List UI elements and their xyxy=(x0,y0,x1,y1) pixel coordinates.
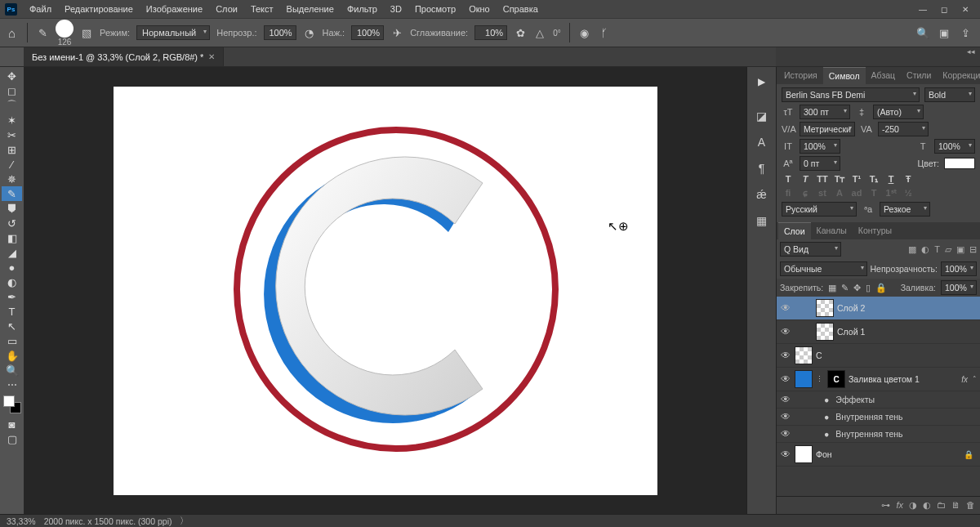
status-caret[interactable]: 〉 xyxy=(180,516,189,527)
font-weight-select[interactable]: Bold xyxy=(924,87,975,102)
swatches-panel-icon[interactable]: ▦ xyxy=(751,209,773,232)
layer-thumb[interactable] xyxy=(816,323,834,341)
pressure-opacity-icon[interactable]: ◔ xyxy=(303,26,316,39)
symmetry-icon[interactable]: ᚶ xyxy=(598,26,611,39)
stamp-tool[interactable]: ⛊ xyxy=(2,201,22,216)
history-brush-tool[interactable]: ↺ xyxy=(2,216,22,230)
lock-position-icon[interactable]: ✎ xyxy=(841,283,849,293)
fill-layer-thumb[interactable] xyxy=(795,370,813,388)
aa-select[interactable]: Резкое xyxy=(880,202,930,217)
angle-value[interactable]: 0° xyxy=(553,29,561,38)
paragraph-panel-icon[interactable]: ¶ xyxy=(751,157,773,180)
brush-tool[interactable]: ✎ xyxy=(2,186,22,201)
menu-layer[interactable]: Слои xyxy=(210,2,243,16)
zoom-level[interactable]: 33,33% xyxy=(7,516,36,526)
brush-panel-icon[interactable]: ▧ xyxy=(80,26,93,39)
tab-channels[interactable]: Каналы xyxy=(811,222,853,239)
menu-edit[interactable]: Редактирование xyxy=(59,2,139,16)
healing-tool[interactable]: ✵ xyxy=(2,172,22,186)
color-swatches[interactable] xyxy=(3,395,21,413)
layer-row[interactable]: 👁 Фон 🔒 xyxy=(777,443,980,467)
lang-select[interactable]: Русский xyxy=(782,202,857,217)
zoom-tool[interactable]: 🔍 xyxy=(2,363,22,377)
shape-tool[interactable]: ▭ xyxy=(2,333,22,348)
superscript-btn[interactable]: T¹ xyxy=(850,174,863,185)
tracking-input[interactable]: Метрически xyxy=(800,122,855,136)
layer-row[interactable]: 👁 C xyxy=(777,344,980,368)
font-family-select[interactable]: Berlin Sans FB Demi xyxy=(782,87,920,102)
tab-layers[interactable]: Слои xyxy=(778,222,811,239)
glyphs-panel-icon[interactable]: ǽ xyxy=(751,183,773,206)
collapse-panels-icon[interactable]: ◂◂ xyxy=(776,47,980,66)
layer-name[interactable]: Слой 1 xyxy=(837,327,865,337)
italic-btn[interactable]: T xyxy=(799,174,812,185)
layer-name[interactable]: C xyxy=(816,351,822,360)
ot-fi[interactable]: fi xyxy=(782,188,795,199)
flow-input[interactable]: 100% xyxy=(351,25,384,40)
character-panel-icon[interactable]: A xyxy=(751,131,773,154)
menu-help[interactable]: Справка xyxy=(497,2,544,16)
maximize-icon[interactable]: ◻ xyxy=(939,4,949,14)
layer-name[interactable]: Фон xyxy=(816,449,832,459)
layer-opacity-input[interactable]: 100% xyxy=(941,261,977,276)
airbrush-icon[interactable]: ✈ xyxy=(390,26,403,39)
ot-swash[interactable]: ɕ xyxy=(799,188,812,199)
kerning-input[interactable]: -250 xyxy=(878,122,929,136)
minimize-icon[interactable]: — xyxy=(918,4,928,14)
crop-tool[interactable]: ✂ xyxy=(2,127,22,142)
vscale-input[interactable]: 100% xyxy=(800,139,840,154)
filter-toggle[interactable]: ⊟ xyxy=(969,244,977,255)
tab-styles[interactable]: Стили xyxy=(901,67,937,84)
pressure-size-icon[interactable]: ◉ xyxy=(578,26,591,39)
quickmask-icon[interactable]: ◙ xyxy=(2,417,22,431)
layer-row[interactable]: 👁 Слой 2 xyxy=(777,297,980,320)
menu-view[interactable]: Просмотр xyxy=(409,2,461,16)
fx-badge[interactable]: fx xyxy=(961,375,969,384)
layer-style-icon[interactable]: fx xyxy=(896,500,903,511)
fg-color[interactable] xyxy=(3,395,15,407)
layer-fx-row[interactable]: 👁 ●Внутренняя тень xyxy=(777,426,980,443)
lock-all-icon[interactable]: 🔒 xyxy=(875,283,887,293)
gradient-tool[interactable]: ◢ xyxy=(2,245,22,260)
tab-close-icon[interactable]: ✕ xyxy=(208,52,215,61)
edit-toolbar-icon[interactable] xyxy=(2,377,22,392)
new-layer-icon[interactable]: 🗎 xyxy=(951,500,960,511)
menu-filter[interactable]: Фильтр xyxy=(341,2,383,16)
settings-icon[interactable]: ✿ xyxy=(514,26,527,39)
subscript-btn[interactable]: T₁ xyxy=(867,174,880,185)
canvas[interactable]: ↖⊕ xyxy=(114,87,657,495)
leading-input[interactable]: (Авто) xyxy=(873,105,924,119)
mask-thumb[interactable]: C xyxy=(827,370,845,388)
path-select-tool[interactable]: ↖ xyxy=(2,319,22,333)
pen-tool[interactable]: ✒ xyxy=(2,289,22,304)
tab-character[interactable]: Символ xyxy=(823,67,866,84)
visibility-icon[interactable]: 👁 xyxy=(780,428,791,440)
fx-toggle-icon[interactable]: ˄ xyxy=(973,375,977,383)
search-icon[interactable]: 🔍 xyxy=(916,26,929,39)
document-info[interactable]: 2000 пикс. x 1500 пикс. (300 ppi) xyxy=(44,516,172,526)
allcaps-btn[interactable]: TT xyxy=(816,174,829,185)
layer-mask-icon[interactable]: ◑ xyxy=(909,500,917,511)
tab-history[interactable]: История xyxy=(778,67,823,84)
opacity-input[interactable]: 100% xyxy=(264,25,296,40)
bold-btn[interactable]: T xyxy=(782,174,795,185)
brush-preview[interactable] xyxy=(56,20,74,38)
filter-adjust-icon[interactable]: ◐ xyxy=(921,244,929,255)
tab-paths[interactable]: Контуры xyxy=(853,222,898,239)
visibility-icon[interactable]: 👁 xyxy=(780,373,791,385)
marquee-tool[interactable]: ◻ xyxy=(2,83,22,98)
layer-row[interactable]: 👁 Слой 1 xyxy=(777,320,980,344)
layer-thumb[interactable] xyxy=(795,346,813,364)
move-tool[interactable]: ✥ xyxy=(2,69,22,83)
blend-mode-select[interactable]: Нормальный xyxy=(136,25,210,40)
filter-pixel-icon[interactable]: ▩ xyxy=(908,244,916,255)
menu-file[interactable]: Файл xyxy=(24,2,57,16)
lasso-tool[interactable]: ⌒ xyxy=(2,98,22,113)
lock-move-icon[interactable]: ✥ xyxy=(853,283,861,293)
filter-shape-icon[interactable]: ▱ xyxy=(945,244,951,255)
visibility-icon[interactable]: 👁 xyxy=(780,302,791,314)
visibility-icon[interactable]: 👁 xyxy=(780,449,791,460)
layer-name[interactable]: Слой 2 xyxy=(837,303,865,313)
share-icon[interactable]: ⇪ xyxy=(959,26,972,39)
play-action-icon[interactable]: ▶ xyxy=(751,70,773,93)
